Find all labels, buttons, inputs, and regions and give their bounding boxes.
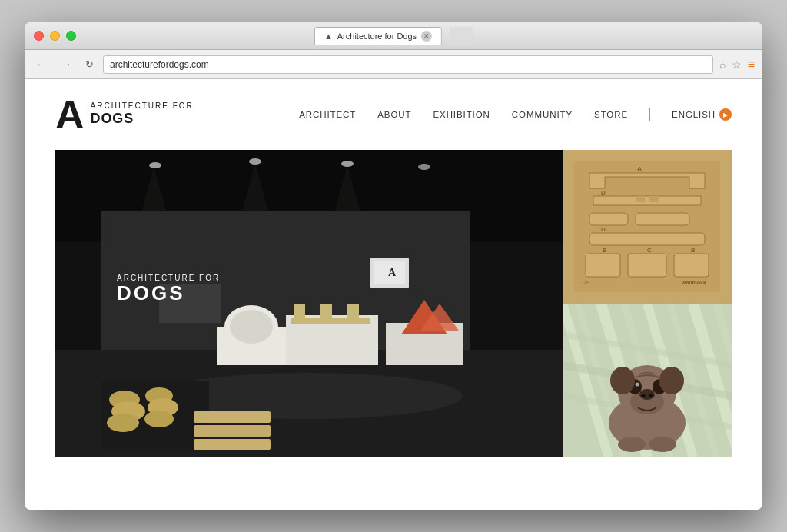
refresh-icon: ↻ xyxy=(85,58,94,70)
svg-point-76 xyxy=(649,437,676,452)
window-controls xyxy=(34,31,76,41)
browser-icons: ⌕ ☆ ≡ xyxy=(719,58,755,71)
svg-text:wanmock: wanmock xyxy=(681,280,706,285)
svg-point-29 xyxy=(107,414,139,432)
svg-point-66 xyxy=(639,389,655,400)
minimize-button[interactable] xyxy=(50,31,60,41)
logo-a-letter: A xyxy=(55,95,85,135)
close-button[interactable] xyxy=(34,31,44,41)
svg-point-17 xyxy=(230,310,273,344)
svg-point-5 xyxy=(418,164,430,170)
site-logo[interactable]: A ARCHITECTURE FOR DOGS xyxy=(55,95,194,135)
site-navigation: A ARCHITECTURE FOR DOGS ARCHITECT ABOUT … xyxy=(25,79,762,150)
svg-rect-39 xyxy=(636,196,645,202)
titlebar: ▲ Architecture for Dogs ✕ xyxy=(25,22,762,50)
logo-architecture: ARCHITECTURE FOR xyxy=(91,101,194,111)
back-button[interactable]: ← xyxy=(32,55,51,74)
svg-rect-20 xyxy=(320,304,332,319)
svg-point-2 xyxy=(149,162,161,168)
browser-tab[interactable]: ▲ Architecture for Dogs ✕ xyxy=(314,27,442,45)
cardboard-svg: A D D xyxy=(563,150,732,304)
maximize-button[interactable] xyxy=(66,31,76,41)
svg-rect-19 xyxy=(294,304,305,319)
titlebar-title: ▲ Architecture for Dogs ✕ xyxy=(314,27,473,45)
svg-rect-40 xyxy=(649,196,659,202)
svg-text:D: D xyxy=(601,189,606,196)
language-selector[interactable]: ENGLISH ▶ xyxy=(672,108,732,121)
svg-point-71 xyxy=(636,383,639,387)
nav-divider xyxy=(649,108,650,121)
lang-label: ENGLISH xyxy=(672,110,716,119)
svg-point-68 xyxy=(649,394,653,397)
url-bar[interactable]: architecturefordogs.com xyxy=(103,55,713,74)
nav-architect[interactable]: ARCHITECT xyxy=(299,110,356,119)
svg-point-3 xyxy=(249,158,261,165)
svg-rect-14 xyxy=(159,284,221,323)
svg-point-74 xyxy=(659,367,684,394)
search-icon[interactable]: ⌕ xyxy=(719,58,726,71)
main-nav: ARCHITECT ABOUT EXHIBITION COMMUNITY STO… xyxy=(299,108,732,121)
pug-svg xyxy=(563,304,732,457)
svg-text:A: A xyxy=(388,267,397,278)
browser-window: ▲ Architecture for Dogs ✕ ← → ↻ architec… xyxy=(25,22,762,510)
back-icon: ← xyxy=(35,58,48,71)
bookmark-icon[interactable]: ☆ xyxy=(732,58,742,71)
svg-rect-45 xyxy=(674,254,709,277)
svg-point-67 xyxy=(641,394,646,397)
website-content: A ARCHITECTURE FOR DOGS ARCHITECT ABOUT … xyxy=(25,79,762,510)
svg-text:B: B xyxy=(603,247,606,254)
hero-grid: ARCHITECTURE FOR DOGS A xyxy=(55,150,732,457)
svg-rect-35 xyxy=(194,439,271,450)
hero-main-image: ARCHITECTURE FOR DOGS A xyxy=(55,150,563,457)
new-tab-button[interactable] xyxy=(450,27,473,45)
svg-text:B: B xyxy=(691,247,695,254)
nav-exhibition[interactable]: EXHIBITION xyxy=(433,110,490,119)
logo-label: ARCHITECTURE FOR DOGS xyxy=(91,101,194,128)
url-text: architecturefordogs.com xyxy=(110,59,209,70)
svg-rect-21 xyxy=(347,304,359,319)
svg-text:A: A xyxy=(637,165,642,173)
forward-icon: → xyxy=(60,58,72,71)
svg-text:1/2: 1/2 xyxy=(582,281,589,285)
forward-button[interactable]: → xyxy=(57,55,75,74)
svg-text:D: D xyxy=(601,226,606,233)
logo-dogs: DOGS xyxy=(91,111,194,128)
menu-icon[interactable]: ≡ xyxy=(748,58,755,71)
svg-point-73 xyxy=(610,367,635,394)
svg-rect-44 xyxy=(628,254,666,277)
addressbar: ← → ↻ architecturefordogs.com ⌕ ☆ ≡ xyxy=(25,50,762,79)
refresh-button[interactable]: ↻ xyxy=(81,57,97,72)
lang-arrow-icon: ▶ xyxy=(719,108,732,121)
cardboard-image: A D D xyxy=(563,150,732,304)
tab-title: Architecture for Dogs xyxy=(337,32,417,41)
pug-image xyxy=(563,304,732,457)
svg-rect-43 xyxy=(586,254,620,277)
svg-text:C: C xyxy=(647,247,652,254)
svg-rect-33 xyxy=(194,411,271,423)
tab-favicon: ▲ xyxy=(324,32,333,41)
nav-community[interactable]: COMMUNITY xyxy=(512,110,573,119)
svg-point-32 xyxy=(144,411,174,427)
nav-store[interactable]: STORE xyxy=(594,110,628,119)
svg-rect-34 xyxy=(194,425,271,437)
svg-point-75 xyxy=(618,437,646,452)
nav-about[interactable]: ABOUT xyxy=(377,110,411,119)
exhibition-svg: ARCHITECTURE FOR DOGS A xyxy=(55,150,563,457)
tab-close-button[interactable]: ✕ xyxy=(421,31,432,42)
svg-rect-22 xyxy=(291,318,370,324)
